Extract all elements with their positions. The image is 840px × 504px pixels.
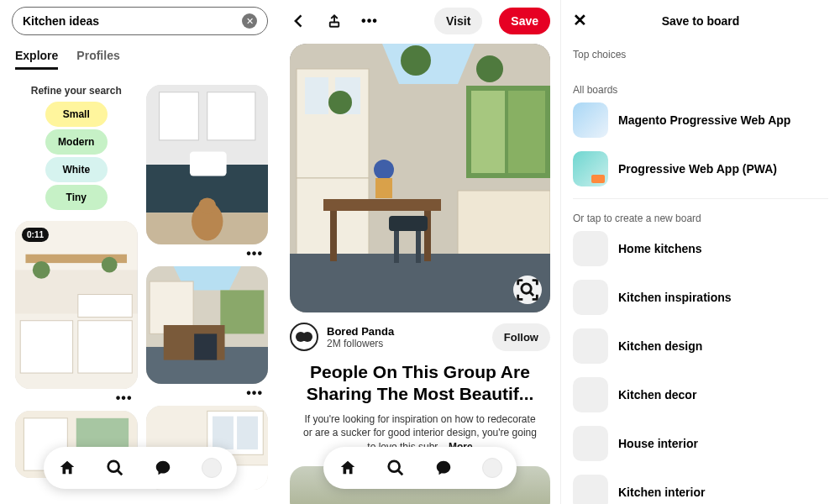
tab-explore[interactable]: Explore bbox=[15, 49, 58, 70]
svg-rect-4 bbox=[20, 321, 72, 373]
suggested-board-row[interactable]: Kitchen decor bbox=[573, 370, 828, 419]
svg-rect-30 bbox=[212, 417, 233, 449]
board-name: Progressive Web App (PWA) bbox=[618, 162, 777, 176]
board-row[interactable]: Progressive Web App (PWA) bbox=[573, 144, 828, 193]
suggested-board-row[interactable]: Home kitchens bbox=[573, 224, 828, 273]
save-button[interactable]: Save bbox=[499, 8, 550, 34]
refine-block: Refine your search Small Modern White Ti… bbox=[15, 85, 138, 213]
bottom-nav bbox=[323, 447, 517, 489]
pin-image[interactable]: 0:11 bbox=[15, 221, 138, 389]
board-thumbnail bbox=[573, 151, 608, 186]
board-name: Kitchen inspirations bbox=[618, 291, 732, 304]
suggested-board-row[interactable]: Kitchen design bbox=[573, 322, 828, 370]
nav-home-icon[interactable] bbox=[339, 459, 357, 477]
creator-name[interactable]: Bored Panda bbox=[327, 325, 484, 338]
pin-overflow-icon[interactable]: ••• bbox=[146, 384, 269, 397]
pin-overflow-icon[interactable]: ••• bbox=[146, 244, 269, 258]
bottom-nav bbox=[44, 447, 237, 489]
svg-rect-6 bbox=[78, 295, 132, 318]
overflow-icon[interactable]: ••• bbox=[360, 12, 379, 30]
creator-avatar[interactable] bbox=[290, 323, 318, 351]
masonry-col-right: ••• ••• bbox=[146, 85, 269, 490]
board-thumbnail bbox=[573, 426, 608, 461]
suggested-board-row[interactable]: Kitchen inspirations bbox=[573, 273, 828, 322]
svg-line-60 bbox=[530, 292, 533, 296]
tab-profiles[interactable]: Profiles bbox=[76, 49, 119, 70]
svg-rect-48 bbox=[323, 199, 441, 211]
visit-button[interactable]: Visit bbox=[434, 8, 482, 34]
board-thumbnail bbox=[573, 328, 608, 364]
detail-topbar: ••• Visit Save bbox=[290, 7, 550, 35]
board-thumbnail bbox=[573, 377, 608, 412]
clear-search-icon[interactable]: ✕ bbox=[242, 13, 257, 29]
svg-rect-5 bbox=[78, 321, 132, 373]
board-thumbnail bbox=[573, 475, 608, 504]
board-row[interactable]: Magento Progressive Web App bbox=[573, 96, 828, 144]
pin-hero-image[interactable] bbox=[290, 44, 550, 312]
nav-messages-icon[interactable] bbox=[434, 459, 453, 477]
board-name: Kitchen interior bbox=[618, 486, 705, 499]
svg-rect-39 bbox=[305, 77, 328, 114]
refine-chip[interactable]: Modern bbox=[45, 129, 108, 155]
pin-card[interactable]: ••• bbox=[146, 85, 269, 258]
svg-rect-31 bbox=[237, 417, 258, 449]
video-duration-badge: 0:11 bbox=[22, 228, 49, 242]
board-name: Magento Progressive Web App bbox=[618, 113, 790, 127]
svg-point-7 bbox=[33, 261, 50, 279]
nav-home-icon[interactable] bbox=[58, 459, 76, 477]
svg-point-8 bbox=[102, 257, 118, 273]
svg-rect-44 bbox=[508, 91, 545, 173]
search-bar[interactable]: ✕ bbox=[12, 7, 268, 35]
svg-point-55 bbox=[401, 45, 431, 76]
board-name: House interior bbox=[618, 437, 698, 450]
nav-profile-avatar[interactable] bbox=[482, 458, 502, 478]
nav-messages-icon[interactable] bbox=[154, 459, 172, 477]
svg-rect-15 bbox=[207, 92, 255, 140]
refine-chip[interactable]: White bbox=[45, 157, 108, 182]
svg-rect-58 bbox=[375, 178, 392, 198]
nav-search-icon[interactable] bbox=[106, 459, 124, 477]
svg-line-34 bbox=[118, 470, 123, 475]
svg-point-33 bbox=[108, 461, 119, 472]
visual-search-icon[interactable] bbox=[513, 276, 542, 304]
search-screen: ✕ Explore Profiles Refine your search Sm… bbox=[0, 0, 280, 504]
back-icon[interactable] bbox=[290, 12, 308, 30]
suggested-board-row[interactable]: House interior bbox=[573, 419, 828, 468]
divider bbox=[573, 198, 828, 199]
svg-line-62 bbox=[397, 470, 402, 475]
pin-card[interactable]: 0:11 ••• bbox=[15, 221, 138, 402]
section-top-choices: Top choices bbox=[573, 49, 828, 60]
pin-title: People On This Group Are Sharing The Mos… bbox=[290, 361, 550, 406]
svg-rect-51 bbox=[389, 216, 428, 231]
section-create-hint: Or tap to create a new board bbox=[573, 213, 828, 224]
refine-chip[interactable]: Tiny bbox=[45, 185, 108, 210]
pin-image[interactable] bbox=[146, 85, 269, 244]
follow-button[interactable]: Follow bbox=[492, 323, 550, 351]
refine-chip[interactable]: Small bbox=[45, 102, 108, 127]
pin-card[interactable]: ••• bbox=[146, 266, 269, 397]
refine-heading: Refine your search bbox=[15, 85, 138, 97]
save-sheet: ✕ Save to board Top choices All boards M… bbox=[560, 0, 840, 504]
svg-point-61 bbox=[388, 461, 399, 472]
pin-overflow-icon[interactable]: ••• bbox=[15, 389, 138, 402]
board-thumbnail bbox=[573, 102, 608, 138]
svg-rect-52 bbox=[394, 231, 399, 263]
board-name: Kitchen design bbox=[618, 339, 702, 353]
svg-rect-53 bbox=[416, 231, 421, 263]
board-name: Home kitchens bbox=[618, 242, 702, 255]
search-input[interactable] bbox=[23, 14, 242, 28]
svg-point-54 bbox=[328, 91, 352, 114]
suggested-board-row[interactable]: Kitchen interior bbox=[573, 468, 828, 504]
sheet-header: ✕ Save to board bbox=[573, 7, 828, 35]
nav-search-icon[interactable] bbox=[386, 459, 405, 477]
pin-image[interactable] bbox=[146, 266, 269, 384]
svg-rect-35 bbox=[330, 23, 339, 27]
close-icon[interactable]: ✕ bbox=[573, 12, 591, 30]
board-name: Kitchen decor bbox=[618, 388, 696, 402]
pin-detail-screen: ••• Visit Save bbox=[280, 0, 560, 504]
share-icon[interactable] bbox=[325, 12, 344, 30]
board-thumbnail bbox=[573, 280, 608, 315]
creator-followers: 2M followers bbox=[327, 338, 484, 349]
svg-rect-24 bbox=[220, 290, 264, 333]
nav-profile-avatar[interactable] bbox=[202, 458, 222, 478]
